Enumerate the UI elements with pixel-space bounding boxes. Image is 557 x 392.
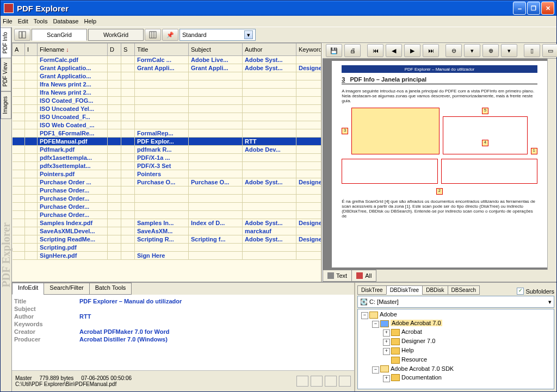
tab-searchfilter[interactable]: Search/Filter [44, 283, 89, 295]
table-row[interactable]: Purchase Order ...Purchase O...Purchase … [13, 178, 321, 186]
tree-acrobat[interactable]: Acrobat [401, 328, 422, 335]
table-row[interactable]: Pdfmark.pdfpdfmark R...Adobe Dev... [13, 146, 321, 154]
next-page-icon[interactable]: ▶ [404, 44, 420, 57]
tree-expand-icon[interactable]: + [383, 339, 390, 346]
treetab-dbsearch[interactable]: DBSearch [448, 285, 480, 295]
table-row[interactable]: Pointers.pdfPointers [13, 170, 321, 178]
file-grid[interactable]: A I Filename ↓ D S Title Subject Author … [12, 43, 321, 282]
vtab-pdf-info[interactable]: PDF Info [1, 27, 11, 58]
table-row[interactable]: PDF1_6FormalRe...FormalRep... [13, 129, 321, 138]
single-page-icon[interactable]: ▯ [524, 44, 540, 57]
zoom-out-icon[interactable]: ⊖ [445, 44, 462, 57]
tree-expand-icon[interactable]: + [383, 375, 390, 382]
table-row[interactable]: Grant Applicatio... [13, 72, 321, 80]
col-i[interactable]: I [25, 43, 38, 56]
col-filename[interactable]: Filename ↓ [38, 43, 108, 56]
tree-sdk[interactable]: Adobe Acrobat 7.0 SDK [391, 365, 454, 372]
tree-help[interactable]: Help [401, 347, 414, 353]
table-row[interactable]: ISO Web Coated_... [13, 121, 321, 129]
table-row[interactable]: FormCalc.pdfFormCalc ...Adobe Live...Ado… [13, 56, 321, 64]
table-row[interactable]: Purchase Order... [13, 203, 321, 211]
table-row[interactable]: pdfx1asettempla...PDF/X-1a ... [13, 154, 321, 162]
tree-adobe[interactable]: Adobe [380, 311, 397, 318]
val-creator[interactable]: Acrobat PDFMaker 7.0 for Word [79, 328, 169, 335]
zoom-drop-icon[interactable]: ▾ [464, 44, 480, 57]
col-title[interactable]: Title [135, 43, 189, 56]
table-row[interactable]: SignHere.pdfSign Here [13, 252, 321, 260]
tree-collapse-icon[interactable]: − [372, 366, 379, 374]
drive-combo[interactable]: 💽 C: [Master] ▾ [357, 296, 554, 308]
treetab-dbdisktree[interactable]: DBDiskTree [386, 285, 423, 295]
folder-tree[interactable]: −Adobe −Adobe Acrobat 7.0 +Acrobat +Desi… [357, 309, 554, 389]
last-page-icon[interactable]: ⏭ [423, 44, 439, 57]
tab-infoedit[interactable]: InfoEdit [12, 283, 44, 295]
col-d[interactable]: D [108, 43, 121, 56]
tree-collapse-icon[interactable]: − [372, 321, 379, 328]
chevron-down-icon[interactable]: ▾ [548, 298, 552, 306]
table-row[interactable]: Purchase Order... [13, 211, 321, 219]
zoom-drop2-icon[interactable]: ▾ [501, 44, 517, 57]
table-row[interactable]: Scripting ReadMe...Scripting R...Scripti… [13, 235, 321, 244]
col-a[interactable]: A [13, 43, 25, 56]
tree-documentation[interactable]: Documentation [401, 374, 442, 381]
col-author[interactable]: Author [243, 43, 296, 56]
status-btn-2[interactable] [311, 376, 323, 387]
table-row[interactable]: pdfx3settemplat...PDF/X-3 Set [13, 162, 321, 170]
table-row[interactable]: ISO Uncoated_F... [13, 113, 321, 121]
preview-page[interactable]: PDF Explorer – Manual do utilizador 3 PD… [323, 59, 556, 270]
table-row[interactable]: Purchase Order... [13, 195, 321, 203]
tree-designer[interactable]: Designer 7.0 [401, 338, 435, 344]
table-row[interactable]: SaveAsXMLDevel...SaveAsXM...marckauf [13, 227, 321, 235]
grid-icon-button[interactable] [14, 29, 30, 41]
subfolders-toggle[interactable]: ✓ Subfolders [517, 288, 554, 295]
menu-file[interactable]: File [3, 18, 13, 24]
val-author[interactable]: RTT [79, 313, 91, 320]
minimize-button[interactable]: ‒ [513, 2, 526, 15]
table-row[interactable]: PDFEManual.pdfPDF Explor...RTT [13, 138, 321, 146]
status-btn-1[interactable] [296, 376, 308, 387]
close-button[interactable]: ✕ [541, 2, 554, 15]
val-title[interactable]: PDF Explorer – Manual do utilizador [79, 298, 182, 304]
first-page-icon[interactable]: ⏮ [367, 44, 383, 57]
table-row[interactable]: ISO Uncoated Yel... [13, 105, 321, 113]
vtab-pdf-view[interactable]: PDF View [1, 58, 11, 91]
val-producer[interactable]: Acrobat Distiller 7.0 (Windows) [79, 336, 168, 343]
treetab-disktree[interactable]: DiskTree [357, 285, 387, 295]
status-btn-3[interactable] [325, 376, 337, 387]
table-row[interactable]: Samples Index.pdfSamples In...Index of D… [13, 219, 321, 227]
table-row[interactable]: Grant Applicatio...Grant Appli...Grant A… [13, 64, 321, 72]
save-icon[interactable]: 💾 [326, 44, 342, 57]
tab-scangrid[interactable]: ScanGrid [32, 29, 87, 41]
treetab-dbdisk[interactable]: DBDisk [422, 285, 448, 295]
tab-batchtools[interactable]: Batch Tools [89, 283, 132, 295]
print-icon[interactable]: 🖨 [344, 44, 361, 57]
menu-database[interactable]: Database [53, 18, 78, 24]
table-row[interactable]: Scripting.pdf [13, 244, 321, 252]
col-s[interactable]: S [121, 43, 135, 56]
checkbox-icon[interactable]: ✓ [517, 288, 524, 295]
columns-icon-button[interactable] [145, 29, 161, 41]
viewtab-all[interactable]: All [351, 270, 376, 282]
tree-expand-icon[interactable]: + [383, 348, 390, 355]
prev-page-icon[interactable]: ◀ [386, 44, 402, 57]
col-keywords[interactable]: Keywords [296, 43, 321, 56]
viewtab-text[interactable]: Text [323, 270, 352, 282]
tab-workgrid[interactable]: WorkGrid [88, 29, 144, 41]
table-row[interactable]: Ifra News print 2... [13, 80, 321, 89]
maximize-button[interactable]: ❐ [527, 2, 540, 15]
table-row[interactable]: ISO Coated_FOG... [13, 97, 321, 105]
fit-width-icon[interactable]: ▭ [542, 44, 557, 57]
zoom-in-icon[interactable]: ⊕ [482, 44, 499, 57]
vtab-images[interactable]: Images [1, 91, 11, 119]
status-btn-4[interactable] [339, 376, 351, 387]
pin-icon-button[interactable]: 📌 [162, 29, 178, 41]
table-row[interactable]: Ifra News print 2... [13, 89, 321, 97]
menu-tools[interactable]: Tools [34, 18, 48, 24]
tree-expand-icon[interactable]: + [383, 329, 390, 337]
tree-acrobat70[interactable]: Adobe Acrobat 7.0 [391, 320, 442, 326]
tree-resource[interactable]: Resource [401, 356, 427, 363]
col-subject[interactable]: Subject [189, 43, 243, 56]
menu-edit[interactable]: Edit [18, 18, 28, 24]
layout-combo[interactable]: Standard ▾ [180, 29, 256, 41]
table-row[interactable]: Purchase Order... [13, 186, 321, 195]
